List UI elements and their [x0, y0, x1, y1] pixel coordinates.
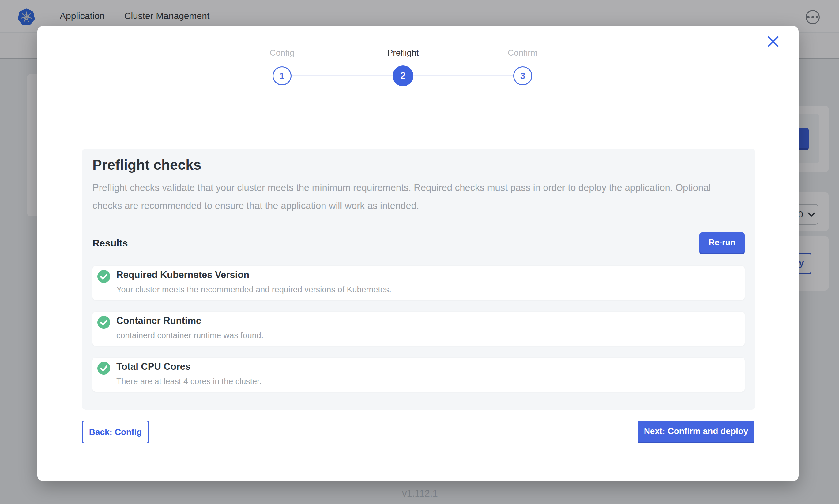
results-label: Results [92, 238, 128, 249]
check-circle-icon [97, 270, 110, 283]
check-text: Container Runtime containerd container r… [116, 315, 263, 340]
check-row-total-cpu-cores: Total CPU Cores There are at least 4 cor… [92, 358, 745, 392]
preflight-description: Preflight checks validate that your clus… [92, 179, 731, 215]
check-title: Container Runtime [116, 315, 263, 327]
check-detail: There are at least 4 cores in the cluste… [116, 377, 261, 386]
preflight-modal: Config Preflight Confirm 1 2 3 Preflight… [37, 26, 799, 481]
check-row-container-runtime: Container Runtime containerd container r… [92, 312, 745, 346]
step-preflight-indicator[interactable]: 2 [393, 66, 413, 86]
preflight-card: Preflight checks Preflight checks valida… [82, 149, 755, 410]
check-row-kubernetes-version: Required Kubernetes Version Your cluster… [92, 266, 745, 300]
check-title: Total CPU Cores [116, 361, 261, 373]
back-config-button[interactable]: Back: Config [82, 420, 149, 444]
close-icon[interactable] [764, 33, 782, 51]
stepper-connector-2 [403, 75, 523, 76]
results-header: Results Re-run [92, 232, 745, 254]
stepper-connector-1 [282, 75, 403, 76]
step-confirm-indicator[interactable]: 3 [513, 66, 532, 85]
check-detail: Your cluster meets the recommended and r… [116, 285, 391, 294]
check-text: Required Kubernetes Version Your cluster… [116, 269, 391, 294]
step-config-indicator[interactable]: 1 [273, 66, 291, 85]
check-detail: containerd container runtime was found. [116, 331, 263, 340]
step-confirm-label: Confirm [508, 48, 538, 58]
next-confirm-deploy-button[interactable]: Next: Confirm and deploy [637, 420, 754, 444]
check-circle-icon [97, 316, 110, 329]
rerun-button[interactable]: Re-run [699, 232, 745, 254]
step-config-label: Config [270, 48, 295, 58]
step-preflight-label: Preflight [387, 48, 419, 58]
page-title: Preflight checks [92, 157, 745, 173]
check-title: Required Kubernetes Version [116, 269, 391, 281]
check-text: Total CPU Cores There are at least 4 cor… [116, 361, 261, 386]
check-circle-icon [97, 362, 110, 375]
